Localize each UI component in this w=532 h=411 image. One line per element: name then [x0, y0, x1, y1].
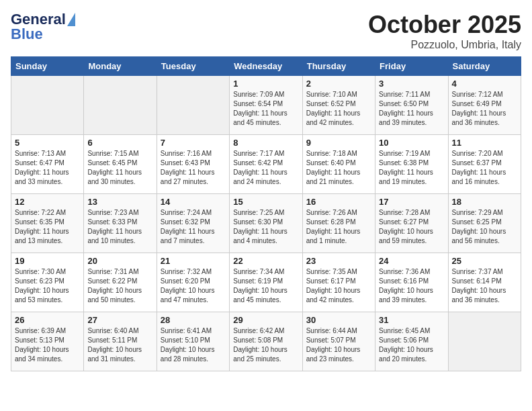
day-number: 24: [379, 256, 444, 266]
week-row-2: 5Sunrise: 7:13 AM Sunset: 6:47 PM Daylig…: [11, 135, 521, 194]
calendar-cell: 22Sunrise: 7:34 AM Sunset: 6:19 PM Dayli…: [230, 253, 302, 312]
cell-info: Sunrise: 7:28 AM Sunset: 6:27 PM Dayligh…: [379, 208, 444, 246]
day-number: 12: [15, 197, 80, 207]
week-row-5: 26Sunrise: 6:39 AM Sunset: 5:13 PM Dayli…: [11, 312, 521, 371]
cell-info: Sunrise: 7:12 AM Sunset: 6:49 PM Dayligh…: [452, 90, 517, 128]
calendar-cell: 27Sunrise: 6:40 AM Sunset: 5:11 PM Dayli…: [84, 312, 157, 371]
calendar-cell: 23Sunrise: 7:35 AM Sunset: 6:17 PM Dayli…: [302, 253, 375, 312]
week-row-3: 12Sunrise: 7:22 AM Sunset: 6:35 PM Dayli…: [11, 194, 521, 253]
day-number: 31: [379, 315, 444, 325]
week-row-1: 1Sunrise: 7:09 AM Sunset: 6:54 PM Daylig…: [11, 76, 521, 135]
cell-info: Sunrise: 7:26 AM Sunset: 6:28 PM Dayligh…: [306, 208, 371, 246]
calendar-cell: [84, 76, 157, 135]
title-area: October 2025 Pozzuolo, Umbria, Italy: [368, 11, 521, 51]
cell-info: Sunrise: 7:25 AM Sunset: 6:30 PM Dayligh…: [233, 208, 298, 246]
calendar-cell: 24Sunrise: 7:36 AM Sunset: 6:16 PM Dayli…: [375, 253, 448, 312]
day-number: 25: [452, 256, 517, 266]
cell-info: Sunrise: 7:09 AM Sunset: 6:54 PM Dayligh…: [233, 90, 298, 128]
calendar-cell: 25Sunrise: 7:37 AM Sunset: 6:14 PM Dayli…: [448, 253, 521, 312]
header-day-thursday: Thursday: [302, 57, 375, 76]
day-number: 20: [87, 256, 152, 266]
calendar-cell: 28Sunrise: 6:41 AM Sunset: 5:10 PM Dayli…: [157, 312, 229, 371]
day-number: 23: [306, 256, 371, 266]
cell-info: Sunrise: 7:17 AM Sunset: 6:42 PM Dayligh…: [233, 149, 298, 187]
calendar-cell: 12Sunrise: 7:22 AM Sunset: 6:35 PM Dayli…: [11, 194, 84, 253]
day-number: 2: [306, 79, 371, 89]
day-number: 8: [233, 138, 298, 148]
cell-info: Sunrise: 7:29 AM Sunset: 6:25 PM Dayligh…: [452, 208, 517, 246]
cell-info: Sunrise: 7:35 AM Sunset: 6:17 PM Dayligh…: [306, 267, 371, 305]
header: General Blue October 2025 Pozzuolo, Umbr…: [11, 11, 521, 51]
cell-info: Sunrise: 7:15 AM Sunset: 6:45 PM Dayligh…: [87, 149, 152, 187]
cell-info: Sunrise: 7:18 AM Sunset: 6:40 PM Dayligh…: [306, 149, 371, 187]
calendar-table: SundayMondayTuesdayWednesdayThursdayFrid…: [11, 56, 521, 371]
calendar-cell: 17Sunrise: 7:28 AM Sunset: 6:27 PM Dayli…: [375, 194, 448, 253]
calendar-cell: 21Sunrise: 7:32 AM Sunset: 6:20 PM Dayli…: [157, 253, 229, 312]
logo-triangle-icon: [67, 13, 75, 26]
day-number: 13: [87, 197, 152, 207]
cell-info: Sunrise: 6:40 AM Sunset: 5:11 PM Dayligh…: [87, 326, 152, 364]
calendar-cell: 20Sunrise: 7:31 AM Sunset: 6:22 PM Dayli…: [84, 253, 157, 312]
day-number: 26: [15, 315, 80, 325]
calendar-cell: 29Sunrise: 6:42 AM Sunset: 5:08 PM Dayli…: [230, 312, 302, 371]
calendar-cell: 6Sunrise: 7:15 AM Sunset: 6:45 PM Daylig…: [84, 135, 157, 194]
cell-info: Sunrise: 7:37 AM Sunset: 6:14 PM Dayligh…: [452, 267, 517, 305]
calendar-cell: 7Sunrise: 7:16 AM Sunset: 6:43 PM Daylig…: [157, 135, 229, 194]
cell-info: Sunrise: 7:10 AM Sunset: 6:52 PM Dayligh…: [306, 90, 371, 128]
header-day-wednesday: Wednesday: [230, 57, 302, 76]
calendar-cell: 14Sunrise: 7:24 AM Sunset: 6:32 PM Dayli…: [157, 194, 229, 253]
day-number: 1: [233, 79, 298, 89]
cell-info: Sunrise: 7:31 AM Sunset: 6:22 PM Dayligh…: [87, 267, 152, 305]
calendar-cell: 1Sunrise: 7:09 AM Sunset: 6:54 PM Daylig…: [230, 76, 302, 135]
day-number: 21: [161, 256, 226, 266]
cell-info: Sunrise: 7:22 AM Sunset: 6:35 PM Dayligh…: [15, 208, 80, 246]
calendar-cell: [448, 312, 521, 371]
cell-info: Sunrise: 7:23 AM Sunset: 6:33 PM Dayligh…: [87, 208, 152, 246]
day-number: 16: [306, 197, 371, 207]
calendar-cell: 26Sunrise: 6:39 AM Sunset: 5:13 PM Dayli…: [11, 312, 84, 371]
calendar-cell: [157, 76, 229, 135]
day-number: 11: [452, 138, 517, 148]
calendar-cell: 4Sunrise: 7:12 AM Sunset: 6:49 PM Daylig…: [448, 76, 521, 135]
calendar-cell: 3Sunrise: 7:11 AM Sunset: 6:50 PM Daylig…: [375, 76, 448, 135]
calendar-cell: 9Sunrise: 7:18 AM Sunset: 6:40 PM Daylig…: [302, 135, 375, 194]
calendar-cell: 18Sunrise: 7:29 AM Sunset: 6:25 PM Dayli…: [448, 194, 521, 253]
calendar-cell: 16Sunrise: 7:26 AM Sunset: 6:28 PM Dayli…: [302, 194, 375, 253]
cell-info: Sunrise: 7:16 AM Sunset: 6:43 PM Dayligh…: [161, 149, 226, 187]
header-day-friday: Friday: [375, 57, 448, 76]
cell-info: Sunrise: 7:24 AM Sunset: 6:32 PM Dayligh…: [161, 208, 226, 246]
cell-info: Sunrise: 7:20 AM Sunset: 6:37 PM Dayligh…: [452, 149, 517, 187]
day-number: 30: [306, 315, 371, 325]
header-day-sunday: Sunday: [11, 57, 84, 76]
cell-info: Sunrise: 6:39 AM Sunset: 5:13 PM Dayligh…: [15, 326, 80, 364]
day-number: 18: [452, 197, 517, 207]
calendar-cell: 11Sunrise: 7:20 AM Sunset: 6:37 PM Dayli…: [448, 135, 521, 194]
calendar-cell: 31Sunrise: 6:45 AM Sunset: 5:06 PM Dayli…: [375, 312, 448, 371]
day-number: 4: [452, 79, 517, 89]
day-number: 29: [233, 315, 298, 325]
week-row-4: 19Sunrise: 7:30 AM Sunset: 6:23 PM Dayli…: [11, 253, 521, 312]
day-number: 17: [379, 197, 444, 207]
day-number: 7: [161, 138, 226, 148]
cell-info: Sunrise: 6:41 AM Sunset: 5:10 PM Dayligh…: [161, 326, 226, 364]
calendar-cell: 19Sunrise: 7:30 AM Sunset: 6:23 PM Dayli…: [11, 253, 84, 312]
day-number: 19: [15, 256, 80, 266]
day-number: 14: [161, 197, 226, 207]
header-day-monday: Monday: [84, 57, 157, 76]
cell-info: Sunrise: 7:11 AM Sunset: 6:50 PM Dayligh…: [379, 90, 444, 128]
calendar-cell: 2Sunrise: 7:10 AM Sunset: 6:52 PM Daylig…: [302, 76, 375, 135]
cell-info: Sunrise: 7:36 AM Sunset: 6:16 PM Dayligh…: [379, 267, 444, 305]
calendar-subtitle: Pozzuolo, Umbria, Italy: [368, 39, 521, 51]
header-day-tuesday: Tuesday: [157, 57, 229, 76]
header-row: SundayMondayTuesdayWednesdayThursdayFrid…: [11, 57, 521, 76]
day-number: 3: [379, 79, 444, 89]
calendar-cell: 30Sunrise: 6:44 AM Sunset: 5:07 PM Dayli…: [302, 312, 375, 371]
header-day-saturday: Saturday: [448, 57, 521, 76]
calendar-cell: 10Sunrise: 7:19 AM Sunset: 6:38 PM Dayli…: [375, 135, 448, 194]
calendar-title: October 2025: [368, 11, 521, 39]
logo: General Blue: [11, 11, 75, 43]
calendar-cell: 5Sunrise: 7:13 AM Sunset: 6:47 PM Daylig…: [11, 135, 84, 194]
cell-info: Sunrise: 7:30 AM Sunset: 6:23 PM Dayligh…: [15, 267, 80, 305]
day-number: 9: [306, 138, 371, 148]
day-number: 22: [233, 256, 298, 266]
